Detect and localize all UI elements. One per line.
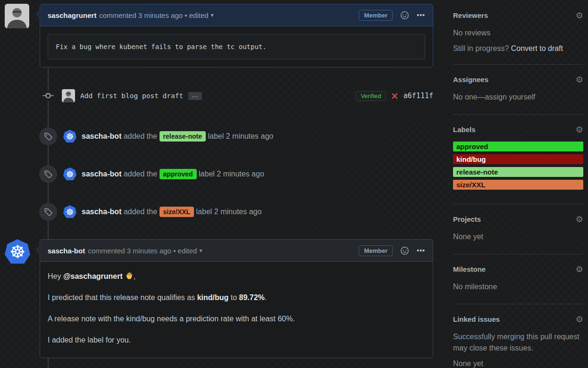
kubernetes-helm-icon: ☸ <box>9 243 25 261</box>
linked-issues-title: Linked issues <box>453 315 500 323</box>
comment-sascha-bot: ☸ sascha-bot commented 3 minutes ago • e… <box>5 239 433 358</box>
gear-icon[interactable]: ⚙ <box>576 10 583 20</box>
comment-box: saschagrunert commented 3 minutes ago • … <box>40 4 433 67</box>
assignees-empty[interactable]: No one—assign yourself <box>453 92 583 103</box>
comment-meta: commented 3 minutes ago • edited <box>88 247 197 255</box>
kebab-menu-icon[interactable]: ••• <box>417 247 425 254</box>
tag-icon <box>39 127 57 145</box>
comment-body: Hey @saschagrunert, I predicted that thi… <box>40 262 433 358</box>
milestone-empty: No milestone <box>453 281 583 293</box>
gear-icon[interactable]: ⚙ <box>576 75 583 84</box>
gear-icon[interactable]: ⚙ <box>576 264 583 274</box>
avatar-sascha-bot[interactable]: ☸ <box>5 239 30 265</box>
comment-author[interactable]: sascha-bot <box>48 247 85 255</box>
threshold-paragraph: A release note with the kind/bug needs a… <box>48 315 425 323</box>
sascha-bot-avatar[interactable]: ☸ <box>63 167 76 181</box>
kebab-menu-icon[interactable]: ••• <box>417 11 425 19</box>
git-commit-icon <box>42 91 55 101</box>
comment-header: sascha-bot commented 3 minutes ago • edi… <box>40 240 433 262</box>
tag-icon <box>39 165 57 183</box>
comment-meta: commented 3 minutes ago • edited <box>99 11 208 19</box>
projects-title: Projects <box>453 215 481 223</box>
commit-message[interactable]: Add first blog post draft <box>80 92 183 100</box>
kubernetes-helm-icon: ☸ <box>66 170 74 179</box>
label-chip[interactable]: approved <box>160 169 197 179</box>
assignees-title: Assignees <box>453 75 488 84</box>
label-added-paragraph: I added the label for you. <box>48 336 425 344</box>
member-badge: Member <box>359 245 393 256</box>
label-chip[interactable]: size/XXL <box>160 207 194 217</box>
sidebar-section-linked-issues: Linked issues ⚙ Successfully merging thi… <box>453 304 583 368</box>
emoji-reaction-icon[interactable] <box>401 247 409 255</box>
event-rest: label 2 minutes ago <box>199 170 264 178</box>
comment-box: sascha-bot commented 3 minutes ago • edi… <box>40 239 433 358</box>
event-rest: label 2 minutes ago <box>196 208 262 216</box>
projects-empty: None yet <box>453 231 583 243</box>
mention-link[interactable]: @saschagrunert <box>63 272 123 280</box>
sidebar-label-size-xxl[interactable]: size/XXL <box>453 180 583 190</box>
sidebar-section-assignees: Assignees ⚙ No one—assign yourself <box>453 65 583 115</box>
kubernetes-helm-icon: ☸ <box>66 132 74 141</box>
sidebar: Reviewers ⚙ No reviews Still in progress… <box>433 4 583 368</box>
emoji-reaction-icon[interactable] <box>401 11 409 19</box>
commit-author-avatar[interactable] <box>62 89 75 102</box>
draft-hint: Still in progress? <box>453 44 511 52</box>
wave-emoji <box>125 271 134 280</box>
reviewers-empty: No reviews <box>453 27 583 39</box>
member-badge: Member <box>359 10 393 21</box>
sidebar-section-reviewers: Reviewers ⚙ No reviews Still in progress… <box>453 4 583 65</box>
comment-header: saschagrunert commented 3 minutes ago • … <box>40 4 433 26</box>
greeting-paragraph: Hey @saschagrunert, <box>48 271 425 281</box>
sidebar-label-kind-bug[interactable]: kind/bug <box>453 154 583 164</box>
avatar-saschagrunert[interactable] <box>5 4 29 28</box>
edited-dropdown-caret[interactable]: ▾ <box>211 12 214 18</box>
edited-dropdown-caret[interactable]: ▾ <box>199 247 202 254</box>
prediction-paragraph: I predicted that this release note quali… <box>48 293 425 302</box>
event-action: added the <box>124 132 157 140</box>
sidebar-section-labels: Labels ⚙ approved kind/bug release-note … <box>453 115 583 204</box>
comment-body: Fix a bug where kubenet fails to parse t… <box>40 26 433 67</box>
comment-saschagrunert: saschagrunert commented 3 minutes ago • … <box>5 4 433 67</box>
gear-icon[interactable]: ⚙ <box>576 314 583 324</box>
sidebar-section-milestone: Milestone ⚙ No milestone <box>453 254 583 304</box>
convert-to-draft-link[interactable]: Convert to draft <box>511 44 563 52</box>
linked-issues-description: Successfully merging this pull request m… <box>453 331 583 354</box>
commit-hash[interactable]: a6f111f <box>403 92 433 100</box>
event-actor[interactable]: sascha-bot <box>82 132 121 140</box>
verified-badge: Verified <box>356 91 386 101</box>
sascha-bot-avatar[interactable]: ☸ <box>63 205 76 218</box>
sascha-bot-avatar[interactable]: ☸ <box>63 130 76 143</box>
label-event: ☸ sascha-bot added the release-note labe… <box>5 126 433 147</box>
event-rest: label 2 minutes ago <box>208 132 274 140</box>
reviewers-title: Reviewers <box>453 11 488 19</box>
commit-expander-button[interactable]: … <box>188 92 202 100</box>
label-chip[interactable]: release-note <box>160 131 206 142</box>
event-actor[interactable]: sascha-bot <box>82 208 121 216</box>
release-note-code-block: Fix a bug where kubenet fails to parse t… <box>48 34 425 59</box>
status-failed-x-icon[interactable] <box>391 92 398 100</box>
event-actor[interactable]: sascha-bot <box>82 170 121 178</box>
tag-icon <box>39 203 57 221</box>
sidebar-section-projects: Projects ⚙ None yet <box>453 204 583 254</box>
sidebar-label-release-note[interactable]: release-note <box>453 167 583 177</box>
label-event: ☸ sascha-bot added the size/XXL label 2 … <box>5 201 433 222</box>
gear-icon[interactable]: ⚙ <box>576 214 583 224</box>
labels-title: Labels <box>453 125 476 134</box>
comment-author[interactable]: saschagrunert <box>48 11 96 19</box>
label-event: ☸ sascha-bot added the approved label 2 … <box>5 164 433 184</box>
kubernetes-helm-icon: ☸ <box>66 208 74 217</box>
event-action: added the <box>124 208 157 216</box>
gear-icon[interactable]: ⚙ <box>576 125 583 134</box>
milestone-title: Milestone <box>453 265 486 273</box>
sidebar-label-approved[interactable]: approved <box>453 142 583 151</box>
commit-entry: Add first blog post draft … Verified a6f… <box>5 87 433 104</box>
linked-issues-empty: None yet <box>453 360 583 368</box>
pull-request-conversation: saschagrunert commented 3 minutes ago • … <box>0 0 588 368</box>
event-action: added the <box>124 170 157 178</box>
timeline-column: saschagrunert commented 3 minutes ago • … <box>5 4 433 368</box>
